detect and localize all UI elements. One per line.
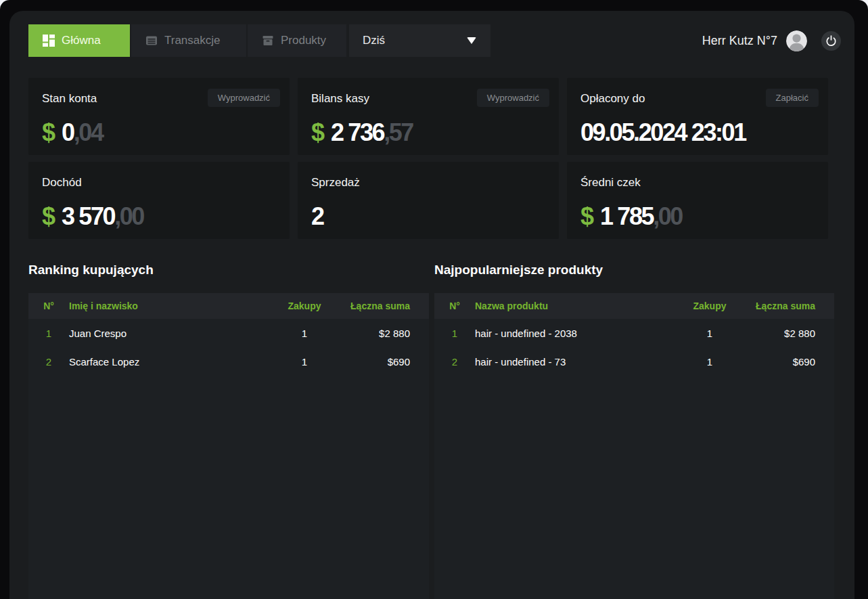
chevron-down-icon xyxy=(467,37,476,44)
user-name: Herr Kutz N°7 xyxy=(702,34,777,48)
header-name: Imię i nazwisko xyxy=(69,301,284,311)
header-purchases: Zakupy xyxy=(284,301,325,311)
row-number: 1 xyxy=(28,328,69,339)
decimals: ,57 xyxy=(384,118,413,146)
tab-transakcje[interactable]: Transakcje xyxy=(131,24,246,57)
row-total: $690 xyxy=(325,356,410,368)
header-total: Łączna suma xyxy=(325,301,410,311)
currency-sign: $ xyxy=(580,202,594,230)
tab-glowna[interactable]: Główna xyxy=(28,24,130,57)
card-value: $2 736,57 xyxy=(311,118,545,147)
user-area: Herr Kutz N°7 xyxy=(702,30,841,51)
logout-button[interactable] xyxy=(821,31,841,51)
table-title: Najpopularniejsze produkty xyxy=(434,263,834,278)
tables-section: Ranking kupujących N° Imię i nazwisko Za… xyxy=(28,263,835,599)
row-number: 1 xyxy=(434,328,475,339)
table-row: 2 Scarface Lopez 1 $690 xyxy=(28,347,429,376)
card-dochod: Dochód $3 570,00 xyxy=(28,162,290,239)
card-sredni-czek: Średni czek $1 785,00 xyxy=(567,162,828,239)
popular-products: Najpopularniejsze produkty N° Nazwa prod… xyxy=(434,263,834,599)
power-icon xyxy=(825,35,837,47)
withdraw-button[interactable]: Wyprowadzić xyxy=(477,89,549,107)
header-number: N° xyxy=(434,301,475,311)
period-dropdown-value: Dziś xyxy=(363,34,385,47)
stat-cards: Stan konta Wyprowadzić $0,04 Bilans kasy… xyxy=(28,78,835,239)
amount: 1 785 xyxy=(600,202,653,230)
amount: 3 570 xyxy=(62,202,114,230)
transactions-icon xyxy=(145,35,158,47)
table-row: 1 hair - undefined - 2038 1 $2 880 xyxy=(434,319,834,347)
card-value: $0,04 xyxy=(42,118,276,147)
tab-label: Transakcje xyxy=(164,34,221,47)
card-value: 2 xyxy=(311,202,545,231)
dashboard-icon xyxy=(43,35,55,47)
modal-overlay: Główna Transakcje Produkty xyxy=(0,0,868,599)
avatar[interactable] xyxy=(786,30,807,51)
table-title: Ranking kupujących xyxy=(28,263,429,278)
amount: 2 736 xyxy=(331,118,384,146)
card-oplacony-do: Opłacony do Zapłacić 09.05.2024 23:01 xyxy=(567,78,828,155)
topbar: Główna Transakcje Produkty xyxy=(28,24,841,57)
products-icon xyxy=(262,35,274,47)
card-title: Dochód xyxy=(42,176,276,190)
header-purchases: Zakupy xyxy=(689,301,730,311)
buyers-table: N° Imię i nazwisko Zakupy Łączna suma 1 … xyxy=(28,293,429,599)
row-number: 2 xyxy=(434,356,475,368)
currency-sign: $ xyxy=(42,118,55,146)
row-purchases: 1 xyxy=(284,328,325,339)
table-header-row: N° Imię i nazwisko Zakupy Łączna suma xyxy=(28,293,429,319)
card-title: Średni czek xyxy=(580,176,815,190)
card-title: Sprzedaż xyxy=(311,176,545,190)
withdraw-button[interactable]: Wyprowadzić xyxy=(208,89,280,107)
table-header-row: N° Nazwa produktu Zakupy Łączna suma xyxy=(434,293,834,319)
row-name: Juan Crespo xyxy=(69,328,284,339)
table-row: 1 Juan Crespo 1 $2 880 xyxy=(28,319,429,347)
header-number: N° xyxy=(28,301,69,311)
products-table: N° Nazwa produktu Zakupy Łączna suma 1 h… xyxy=(434,293,834,599)
row-total: $690 xyxy=(730,356,815,368)
header-product: Nazwa produktu xyxy=(475,301,689,311)
amount: 0 xyxy=(62,118,74,146)
card-value: $1 785,00 xyxy=(580,202,815,231)
row-product: hair - undefined - 2038 xyxy=(475,328,689,339)
currency-sign: $ xyxy=(42,202,55,230)
decimals: ,00 xyxy=(653,202,682,230)
card-stan-konta: Stan konta Wyprowadzić $0,04 xyxy=(28,78,290,155)
row-purchases: 1 xyxy=(284,356,325,368)
decimals: ,00 xyxy=(114,202,143,230)
row-product: hair - undefined - 73 xyxy=(475,356,689,368)
card-value: 09.05.2024 23:01 xyxy=(580,118,815,147)
row-total: $2 880 xyxy=(325,328,410,339)
currency-sign: $ xyxy=(311,118,325,146)
tab-produkty[interactable]: Produkty xyxy=(248,24,346,57)
tab-label: Główna xyxy=(62,34,101,47)
row-number: 2 xyxy=(28,356,69,368)
card-value: $3 570,00 xyxy=(42,202,276,231)
card-bilans-kasy: Bilans kasy Wyprowadzić $2 736,57 xyxy=(298,78,559,155)
row-name: Scarface Lopez xyxy=(69,356,284,368)
decimals: ,04 xyxy=(74,118,103,146)
row-purchases: 1 xyxy=(689,356,730,368)
row-total: $2 880 xyxy=(730,328,815,339)
table-row: 2 hair - undefined - 73 1 $690 xyxy=(434,347,834,376)
period-dropdown[interactable]: Dziś xyxy=(349,24,490,57)
buyers-ranking: Ranking kupujących N° Imię i nazwisko Za… xyxy=(28,263,429,599)
tab-label: Produkty xyxy=(281,34,326,47)
pay-button[interactable]: Zapłacić xyxy=(766,89,819,107)
row-purchases: 1 xyxy=(689,328,730,339)
card-sprzedaz: Sprzedaż 2 xyxy=(298,162,559,239)
header-total: Łączna suma xyxy=(730,301,815,311)
dashboard-panel: Główna Transakcje Produkty xyxy=(9,11,854,599)
